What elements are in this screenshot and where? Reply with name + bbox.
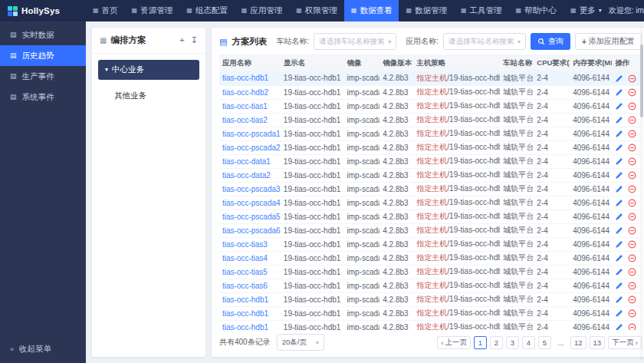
delete-icon[interactable] [628,254,636,262]
edit-icon[interactable] [615,144,623,152]
app-name-link[interactable]: tias-occ-tias6 [222,282,268,290]
app-name-link[interactable]: tias-occ-pscada3 [222,185,281,193]
edit-icon[interactable] [615,254,623,262]
edit-icon[interactable] [615,213,623,221]
edit-icon[interactable] [615,116,623,124]
edit-icon[interactable] [615,130,623,138]
sidebar-item[interactable]: ▤实时数据 [0,25,86,45]
delete-icon[interactable] [628,144,636,152]
edit-icon[interactable] [615,268,623,276]
logo[interactable]: HollySys [0,6,86,16]
page-button[interactable]: 1 [474,336,487,349]
app-name-link[interactable]: tias-occ-pscada1 [222,130,281,138]
page-button[interactable]: 13 [590,336,606,349]
delete-icon[interactable] [628,157,636,166]
edit-icon[interactable] [615,199,623,207]
table-row: tias-occ-tias319-tias-occ-hdb1imp-scada4… [219,237,642,251]
app-name-link[interactable]: tias-occ-hdb1 [222,74,268,82]
add-app-config-button[interactable]: + 添加应用配置 [575,33,642,50]
page-button[interactable]: 4 [522,336,535,349]
app-name-link[interactable]: tias-occ-hdb2 [222,88,268,97]
nav-item[interactable]: ▦资源管理 [125,0,180,21]
delete-icon[interactable] [628,323,636,330]
page-button[interactable]: 5 [538,336,551,349]
app-name-link[interactable]: tias-occ-pscada4 [222,199,281,207]
page-button[interactable]: 2 [490,336,503,349]
page-button[interactable]: 3 [506,336,519,349]
edit-icon[interactable] [615,282,623,290]
delete-icon[interactable] [628,130,636,138]
edit-icon[interactable] [615,185,623,193]
app-name-link[interactable]: tias-occ-hdb1 [222,323,268,331]
delete-icon[interactable] [628,88,636,97]
app-name-link[interactable]: tias-occ-pscada6 [222,226,281,235]
station-filter-select[interactable]: 请选择车站名称搜索 ▾ [314,33,396,50]
sidebar-item[interactable]: ▤历史趋势 [0,45,86,66]
delete-icon[interactable] [628,268,636,276]
app-name-link[interactable]: tias-occ-data1 [222,157,271,166]
search-button[interactable]: 查询 [531,33,570,50]
delete-icon[interactable] [628,102,636,111]
edit-icon[interactable] [615,323,623,330]
nav-item[interactable]: ▦首页 [86,0,125,21]
edit-icon[interactable] [615,171,623,180]
delete-icon[interactable] [628,199,636,207]
app-name-link[interactable]: tias-occ-pscada5 [222,213,281,221]
edit-icon[interactable] [615,157,623,166]
station-cell: 城轨平台 [500,85,534,99]
add-plan-button[interactable]: + [179,36,184,45]
nav-item[interactable]: ▦数据查看 [344,0,399,21]
nav-item[interactable]: ▦帮助中心 [509,0,564,21]
edit-icon[interactable] [615,309,623,318]
station-cell: 城轨平台 [500,182,534,196]
delete-icon[interactable] [628,171,636,180]
delete-icon[interactable] [628,226,636,235]
page-size-select[interactable]: 20条/页 ▾ [277,334,324,351]
nav-item[interactable]: ▦更多▾ [564,0,609,21]
edit-icon[interactable] [615,102,623,111]
edit-icon[interactable] [615,240,623,249]
next-page-button[interactable]: 下一页 › [608,336,642,349]
app-name-link[interactable]: tias-occ-pscada2 [222,144,281,152]
plan-group-item[interactable]: 其他业务 [98,86,199,106]
nav-item[interactable]: ▦权限管理 [289,0,344,21]
app-name-link[interactable]: tias-occ-hdb1 [222,309,268,318]
delete-icon[interactable] [628,309,636,318]
plan-group-item[interactable]: ▾中心业务 [98,60,199,80]
nav-item[interactable]: ▦应用管理 [235,0,290,21]
nav-item[interactable]: ▦组态配置 [179,0,235,21]
prev-page-button[interactable]: ‹ 上一页 [437,336,471,349]
app-name-link[interactable]: tias-occ-tias5 [222,268,268,276]
edit-icon[interactable] [615,88,623,97]
page-button[interactable]: 12 [570,336,586,349]
sidebar-item[interactable]: ▤系统事件 [0,87,86,107]
nav-item[interactable]: ▦工具管理 [454,0,509,21]
app-name-link[interactable]: tias-occ-tias1 [222,102,268,111]
delete-icon[interactable] [628,282,636,290]
app-name-link[interactable]: tias-occ-tias3 [222,240,268,249]
cpu-cell: 2-4 [534,306,570,320]
column-header: 镜像 [343,54,380,71]
edit-icon[interactable] [615,226,623,235]
delete-icon[interactable] [628,185,636,193]
image-cell: imp-scada [343,237,380,251]
delete-icon[interactable] [628,213,636,221]
nav-menu: ▦首页▦资源管理▦组态配置▦应用管理▦权限管理▦数据查看▦数据管理▦工具管理▦帮… [86,0,609,21]
delete-icon[interactable] [628,74,636,83]
page-scrollbar-thumb[interactable] [640,45,643,117]
app-filter-select[interactable]: 请选择车站名称搜索 ▾ [443,33,526,50]
app-name-link[interactable]: tias-occ-hdb1 [222,295,268,304]
app-name-link[interactable]: tias-occ-tias2 [222,116,268,124]
nav-item[interactable]: ▦数据管理 [399,0,454,21]
edit-icon[interactable] [615,74,623,83]
import-plan-button[interactable]: ↧ [191,36,198,45]
sidebar-item[interactable]: ▤生产事件 [0,66,86,87]
nav-item-icon: ▦ [296,8,302,14]
collapse-menu-button[interactable]: « 收起菜单 [0,340,86,358]
delete-icon[interactable] [628,295,636,304]
delete-icon[interactable] [628,240,636,249]
app-name-link[interactable]: tias-occ-tias4 [222,254,268,262]
delete-icon[interactable] [628,116,636,124]
app-name-link[interactable]: tias-occ-data2 [222,171,271,180]
edit-icon[interactable] [615,295,623,304]
